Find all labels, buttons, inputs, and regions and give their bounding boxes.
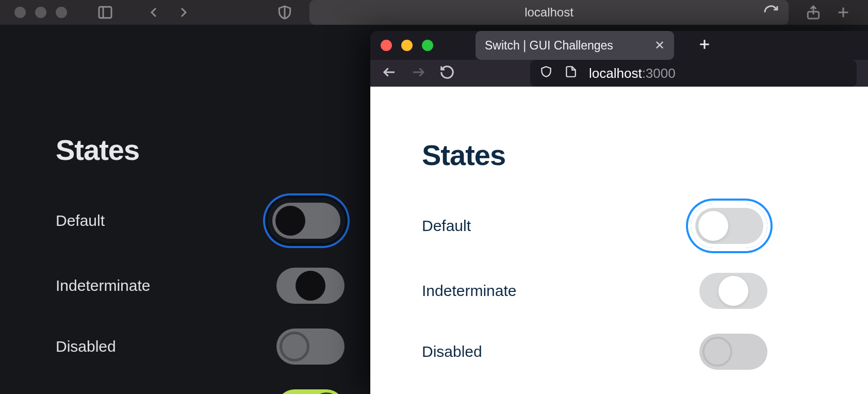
state-label: Disabled (422, 343, 482, 360)
forward-icon (411, 64, 426, 82)
state-label: Disabled (56, 338, 116, 355)
new-tab-icon[interactable] (697, 37, 712, 54)
switch-disabled-light (699, 334, 767, 370)
state-row-disabled-dark: Disabled (56, 329, 345, 365)
switch-track (276, 389, 345, 394)
traffic-minimize[interactable] (401, 40, 413, 51)
safari-address-bar[interactable]: localhost (309, 0, 789, 25)
shield-icon[interactable] (274, 2, 295, 23)
page-icon (564, 65, 578, 82)
reload-icon[interactable] (761, 2, 781, 23)
tab-title: Switch | GUI Challenges (485, 39, 613, 53)
switch-thumb (698, 211, 728, 241)
state-row-indeterminate-dark: Indeterminate (56, 268, 345, 304)
switch-disabled-dark (276, 329, 345, 365)
address-port: :3000 (642, 65, 676, 81)
switch-thumb (275, 206, 305, 236)
firefox-window: Switch | GUI Challenges ✕ localhost:3000 (370, 31, 868, 394)
switch-checked-dark[interactable] (276, 389, 345, 394)
switch-indeterminate-light[interactable] (699, 273, 767, 309)
browser-tab[interactable]: Switch | GUI Challenges ✕ (476, 31, 674, 60)
switch-thumb (296, 271, 325, 301)
page-heading-light: States (422, 138, 868, 172)
share-icon[interactable] (803, 2, 824, 23)
switch-thumb (718, 276, 748, 306)
firefox-tab-bar: Switch | GUI Challenges ✕ (370, 31, 868, 60)
reload-icon[interactable] (439, 64, 455, 82)
traffic-minimize[interactable] (35, 7, 46, 18)
firefox-page-content: States Default Indeterminate Disabled (370, 87, 868, 394)
traffic-zoom[interactable] (422, 40, 433, 51)
safari-address-text: localhost (525, 5, 574, 20)
switch-thumb (280, 332, 309, 362)
forward-icon[interactable] (173, 2, 194, 23)
state-row-default-dark: Default (56, 199, 345, 243)
switch-indeterminate-dark[interactable] (276, 268, 345, 304)
back-icon[interactable] (382, 64, 397, 82)
state-label: Default (422, 217, 471, 235)
shield-icon[interactable] (539, 65, 553, 82)
state-label: Default (56, 212, 105, 229)
new-tab-icon[interactable] (833, 2, 854, 23)
switch-thumb (702, 337, 732, 367)
traffic-close[interactable] (14, 7, 26, 18)
switch-default-dark[interactable] (268, 199, 345, 243)
traffic-close[interactable] (381, 40, 392, 51)
back-icon[interactable] (143, 2, 164, 23)
address-host: localhost (589, 65, 642, 81)
switch-default-light[interactable] (691, 204, 767, 248)
svg-rect-0 (99, 7, 111, 18)
state-row-partial-dark (56, 389, 345, 394)
safari-traffic-lights (14, 7, 67, 18)
state-label: Indeterminate (56, 277, 150, 294)
state-label: Indeterminate (422, 282, 516, 300)
state-row-disabled-light: Disabled (422, 334, 767, 370)
sidebar-icon[interactable] (95, 2, 116, 23)
traffic-zoom[interactable] (56, 7, 67, 18)
firefox-toolbar: localhost:3000 (370, 60, 868, 87)
state-row-indeterminate-light: Indeterminate (422, 273, 767, 309)
firefox-traffic-lights (381, 40, 433, 51)
firefox-address-bar[interactable]: localhost:3000 (530, 60, 857, 87)
safari-toolbar: localhost (0, 0, 868, 25)
state-row-default-light: Default (422, 204, 767, 248)
close-tab-icon[interactable]: ✕ (654, 38, 665, 53)
